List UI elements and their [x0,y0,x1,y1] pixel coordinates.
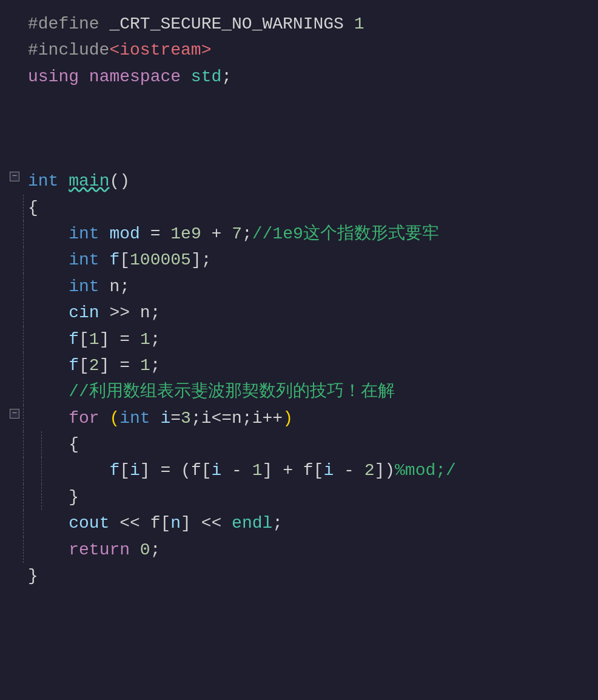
fold-button-for[interactable]: − [10,409,19,419]
code-line: { [0,431,598,457]
token: ( [109,409,119,428]
token: ] [181,514,191,533]
token [28,409,69,428]
fold-gutter [6,484,23,485]
token: [ [79,356,89,375]
token: - [221,461,252,480]
code-content: //利用数组表示斐波那契数列的技巧！在解 [23,379,598,405]
token: i [160,409,170,428]
token: [ [314,461,324,480]
code-content: f[1] = 1; [23,326,598,352]
token [28,461,109,480]
token [28,382,69,401]
token [28,251,69,269]
code-line: int f[100005]; [0,247,598,273]
code-editor[interactable]: #define _CRT_SECURE_NO_WARNINGS 1 #inclu… [0,0,598,700]
fold-gutter [6,37,23,38]
fold-gutter [6,510,23,511]
token: = [109,330,139,349]
token-for: for [69,409,109,428]
token: i [130,461,140,480]
token-paren: () [109,172,130,190]
fold-gutter [6,116,23,117]
code-line: { [0,195,598,221]
token-return: return [69,540,140,559]
token: << f [109,514,160,533]
token: 1 [344,15,365,33]
token: 1 [89,330,99,349]
fold-button[interactable]: − [10,172,19,181]
token: 0 [140,540,150,559]
code-content: int main() [23,168,598,194]
token: cin [69,303,99,322]
token: ; [242,224,252,243]
token: f [69,330,79,349]
token: ] [99,356,110,375]
token: 1 [140,356,150,375]
code-content: { [23,431,598,457]
token: %mod;/ [395,461,456,480]
token: int [69,251,109,269]
token: ; [150,330,161,349]
token-comment: //利用数组表示斐波那契数列的技巧！在解 [69,382,395,401]
token [28,356,69,375]
fold-gutter [6,457,23,459]
token: f [69,356,79,375]
token: ; [150,540,161,559]
token: using [28,67,89,86]
code-line-cout: cout << f[n] << endl; [0,510,598,536]
code-line: cin >> n; [0,300,598,326]
token: ] [99,330,110,349]
code-content: int f[100005]; [23,247,598,273]
token: _CRT_SECURE_NO_WARNINGS [109,15,343,33]
code-content: cout << f[n] << endl; [23,510,598,536]
token: = [140,224,170,243]
code-content: #include<iostream> [23,37,598,63]
fold-gutter [6,431,23,432]
token: + f [272,461,313,480]
token: [ [119,251,130,269]
token [28,540,69,559]
token: ] [140,461,150,480]
token: } [28,488,79,506]
token [28,224,69,243]
token: i [323,461,334,480]
code-line-fi: f[i] = (f[i - 1] + f[i - 2])%mod;/ [0,457,598,483]
token: ]; [191,251,212,269]
token [28,330,69,349]
code-content: using namespace std; [23,64,598,90]
token: <iostream> [109,41,211,59]
code-line: int n; [0,274,598,300]
fold-gutter [6,247,23,248]
token: ; [221,67,232,86]
token-main: main [69,172,109,190]
token: i [212,461,222,480]
fold-gutter [6,274,23,275]
token-num: 7 [232,224,242,243]
code-line: #include<iostream> [0,37,598,63]
token [28,277,69,296]
token: cout [69,514,109,533]
code-line: } [0,484,598,510]
fold-gutter-for[interactable]: − [6,405,23,419]
code-content: cin >> n; [23,300,598,326]
fold-gutter [6,195,23,196]
token: n [170,514,181,533]
fold-gutter [6,221,23,222]
token: } [28,567,38,585]
token: [ [160,514,170,533]
token: { [28,198,38,217]
token: ] [263,461,273,480]
code-line-for: − for (int i=3;i<=n;i++) [0,405,598,431]
code-content: return 0; [23,537,598,563]
fold-gutter [6,326,23,328]
code-content: for (int i=3;i<=n;i++) [23,405,598,431]
fold-gutter-main[interactable]: − [6,168,23,181]
token: [ [201,461,212,480]
token-comment: //1e9这个指数形式要牢 [252,224,439,243]
code-line-empty [0,142,598,168]
token-int: int [28,172,69,190]
token: ; [272,514,283,533]
fold-gutter [6,537,23,538]
token: f [109,461,119,480]
